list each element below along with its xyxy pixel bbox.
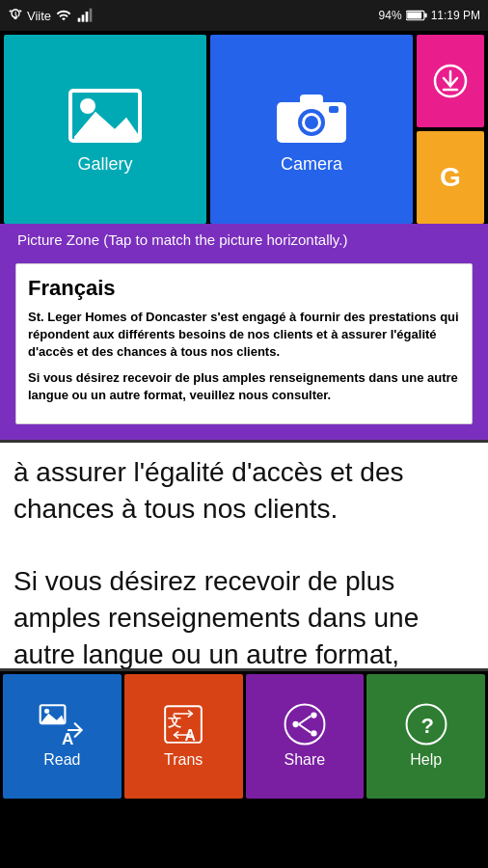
svg-point-29 xyxy=(292,721,298,727)
picture-zone-text: Picture Zone (Tap to match the picture h… xyxy=(17,231,347,248)
french-para2: Si vous désirez recevoir de plus amples … xyxy=(28,369,460,404)
signal-bars-icon xyxy=(76,8,94,23)
read-button[interactable]: A Read xyxy=(3,674,122,799)
zoomed-text-area: à assurer l'égalité d'accès et des chanc… xyxy=(0,440,488,671)
help-label: Help xyxy=(410,751,442,769)
svg-rect-0 xyxy=(78,18,81,22)
svg-rect-15 xyxy=(329,106,339,113)
download-icon xyxy=(433,64,468,98)
zoomed-line-6: autre langue ou un autre format, xyxy=(14,637,474,671)
svg-rect-6 xyxy=(424,14,426,18)
share-button[interactable]: Share xyxy=(246,674,365,799)
svg-rect-2 xyxy=(86,12,89,22)
french-title: Français xyxy=(28,276,460,301)
svg-line-31 xyxy=(299,724,312,733)
svg-marker-21 xyxy=(41,714,66,723)
french-para1: St. Leger Homes of Doncaster s'est engag… xyxy=(28,309,460,362)
gallery-label: Gallery xyxy=(77,154,132,175)
zoomed-line-4: Si vous désirez recevoir de plus xyxy=(14,563,474,600)
svg-point-13 xyxy=(305,116,318,129)
g-tile[interactable]: G xyxy=(417,131,484,224)
svg-text:A: A xyxy=(62,730,73,746)
trans-label: Trans xyxy=(164,751,203,769)
svg-point-28 xyxy=(311,731,316,737)
download-tile[interactable] xyxy=(417,35,484,127)
wifi-icon xyxy=(55,8,72,23)
svg-text:?: ? xyxy=(420,715,433,739)
time-display: 11:19 PM xyxy=(431,9,480,22)
battery-icon xyxy=(406,9,427,22)
svg-rect-1 xyxy=(82,14,85,21)
read-icon: A xyxy=(39,703,85,746)
zoomed-line-1: à assurer l'égalité d'accès et des xyxy=(14,454,474,491)
trans-icon: 文 A xyxy=(160,703,206,746)
alarm-icon xyxy=(8,8,23,23)
zoomed-line-2: chances à tous nos clients. xyxy=(14,491,474,528)
camera-icon xyxy=(273,85,350,147)
status-bar: Viite 94% 11:19 PM xyxy=(0,0,488,31)
trans-button[interactable]: 文 A Trans xyxy=(124,674,243,799)
svg-point-26 xyxy=(285,705,324,745)
svg-point-27 xyxy=(311,713,316,719)
purple-section: Picture Zone (Tap to match the picture h… xyxy=(0,224,488,440)
gallery-tile[interactable]: Gallery xyxy=(4,35,206,224)
svg-rect-3 xyxy=(90,9,93,22)
svg-line-30 xyxy=(299,717,312,725)
zoomed-line-3 xyxy=(14,528,474,564)
share-icon xyxy=(282,703,328,746)
small-tiles-col: G xyxy=(417,35,484,224)
french-card[interactable]: Français St. Leger Homes of Doncaster s'… xyxy=(15,263,473,424)
bottom-nav: A Read 文 A Trans Sh xyxy=(0,671,488,801)
gallery-icon xyxy=(67,85,144,147)
share-label: Share xyxy=(285,751,326,769)
svg-rect-5 xyxy=(407,12,421,18)
svg-rect-14 xyxy=(300,95,323,106)
zoomed-line-5: amples renseignements dans une xyxy=(14,600,474,637)
camera-tile[interactable]: Camera xyxy=(210,35,413,224)
battery-percent: 94% xyxy=(379,9,402,22)
svg-point-20 xyxy=(44,709,49,714)
svg-text:文: 文 xyxy=(168,714,181,729)
svg-marker-9 xyxy=(74,112,140,141)
read-label: Read xyxy=(43,751,80,769)
help-icon: ? xyxy=(403,703,449,746)
help-button[interactable]: ? Help xyxy=(366,674,485,799)
camera-label: Camera xyxy=(281,154,342,175)
signal-label: Viite xyxy=(27,9,51,23)
g-label: G xyxy=(440,162,461,193)
picture-zone[interactable]: Picture Zone (Tap to match the picture h… xyxy=(8,224,488,256)
svg-point-8 xyxy=(80,98,95,114)
top-tiles: Gallery Camera xyxy=(0,31,488,224)
